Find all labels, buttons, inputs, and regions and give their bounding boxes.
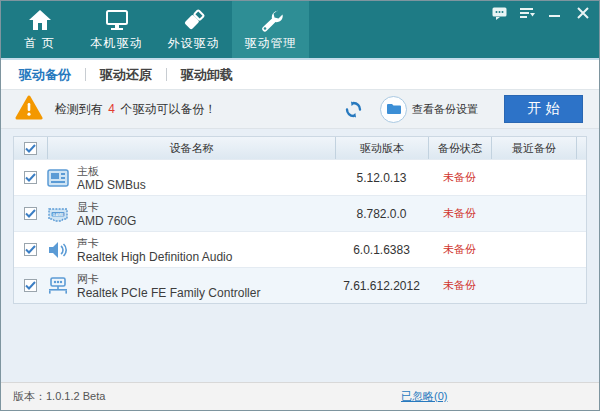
table-row[interactable]: GAME 显卡 AMD 760G 8.782.0.0 未备份 — [14, 195, 586, 231]
subtab-divider — [166, 68, 167, 81]
close-icon[interactable] — [575, 6, 591, 20]
driver-version: 6.0.1.6383 — [335, 243, 428, 257]
table-row[interactable]: 声卡 Realtek High Definition Audio 6.0.1.6… — [14, 231, 586, 267]
backup-count: 4 — [106, 102, 117, 116]
warning-triangle-icon — [15, 95, 43, 124]
select-all-checkbox[interactable] — [24, 142, 37, 155]
header-device-name: 设备名称 — [47, 137, 335, 159]
row-checkbox[interactable] — [24, 279, 37, 292]
monitor-icon — [104, 8, 130, 32]
row-checkbox[interactable] — [24, 171, 37, 184]
sound-card-icon — [47, 241, 69, 259]
backup-status: 未备份 — [443, 278, 476, 293]
nav-tab-local-drivers[interactable]: 本机驱动 — [78, 1, 155, 58]
app-version-label: 版本：1.0.1.2 Beta — [13, 389, 105, 404]
usb-icon — [181, 8, 207, 32]
nav-tab-home[interactable]: 首 页 — [1, 1, 78, 58]
device-name: 显卡 — [77, 200, 136, 214]
motherboard-icon — [47, 169, 69, 187]
device-desc: AMD SMBus — [77, 178, 146, 192]
window-controls — [491, 6, 591, 20]
nav-tab-label: 首 页 — [24, 35, 54, 52]
status-bar: 版本：1.0.1.2 Beta 已忽略(0) — [1, 382, 599, 410]
subtab-driver-uninstall[interactable]: 驱动卸载 — [175, 66, 239, 84]
subtab-divider — [85, 68, 86, 81]
header-last-backup: 最近备份 — [491, 137, 576, 159]
header-backup-status: 备份状态 — [428, 137, 491, 159]
main-nav: 首 页 本机驱动 外设驱动 驱动管理 — [1, 1, 599, 58]
device-name: 网卡 — [77, 272, 260, 286]
device-desc: AMD 760G — [77, 214, 136, 228]
nav-tab-peripheral-drivers[interactable]: 外设驱动 — [155, 1, 232, 58]
nav-tab-driver-management[interactable]: 驱动管理 — [232, 1, 309, 58]
notice-text: 检测到有 4 个驱动可以备份！ — [55, 101, 216, 118]
minimize-icon[interactable] — [547, 6, 563, 20]
menu-icon[interactable] — [519, 6, 535, 20]
driver-version: 5.12.0.13 — [335, 171, 428, 185]
table-header: 设备名称 驱动版本 备份状态 最近备份 — [14, 137, 586, 159]
nav-tab-label: 外设驱动 — [168, 35, 220, 52]
header-spacer — [576, 137, 586, 159]
notice-bar: 检测到有 4 个驱动可以备份！ 查看备份设置 开始 — [1, 89, 599, 129]
start-button[interactable]: 开始 — [504, 95, 583, 123]
row-checkbox[interactable] — [24, 243, 37, 256]
feedback-icon[interactable] — [491, 6, 507, 20]
device-name: 声卡 — [77, 236, 232, 250]
home-icon — [27, 8, 53, 32]
backup-status: 未备份 — [443, 170, 476, 185]
refresh-icon[interactable] — [345, 101, 362, 118]
device-desc: Realtek High Definition Audio — [77, 250, 232, 264]
subtab-bar: 驱动备份 驱动还原 驱动卸载 — [1, 60, 599, 89]
table-row[interactable]: 主板 AMD SMBus 5.12.0.13 未备份 — [14, 159, 586, 195]
table-row[interactable]: 网卡 Realtek PCIe FE Family Controller 7.6… — [14, 267, 586, 303]
subtab-driver-restore[interactable]: 驱动还原 — [94, 66, 158, 84]
device-name: 主板 — [77, 164, 146, 178]
ignored-drivers-link[interactable]: 已忽略(0) — [401, 389, 447, 404]
content-panel: 设备名称 驱动版本 备份状态 最近备份 主板 AMD SMBus — [1, 129, 599, 382]
driver-table: 设备名称 驱动版本 备份状态 最近备份 主板 AMD SMBus — [13, 136, 587, 304]
nav-tab-label: 驱动管理 — [245, 35, 297, 52]
backup-status: 未备份 — [443, 206, 476, 221]
folder-icon[interactable] — [380, 96, 407, 123]
device-desc: Realtek PCIe FE Family Controller — [77, 286, 260, 300]
view-backup-settings-label[interactable]: 查看备份设置 — [412, 102, 478, 117]
subtab-driver-backup[interactable]: 驱动备份 — [13, 66, 77, 84]
network-card-icon — [47, 277, 69, 294]
wrench-icon — [258, 8, 284, 32]
graphics-card-icon: GAME — [47, 206, 69, 222]
select-all-checkbox-cell — [14, 137, 47, 159]
header-driver-version: 驱动版本 — [335, 137, 428, 159]
app-window: 首 页 本机驱动 外设驱动 驱动管理 — [0, 0, 600, 411]
backup-status: 未备份 — [443, 242, 476, 257]
nav-tab-label: 本机驱动 — [91, 35, 143, 52]
svg-text:GAME: GAME — [53, 212, 64, 216]
row-checkbox[interactable] — [24, 207, 37, 220]
driver-version: 8.782.0.0 — [335, 207, 428, 221]
notice-actions: 查看备份设置 开始 — [345, 95, 583, 123]
driver-version: 7.61.612.2012 — [335, 279, 428, 293]
